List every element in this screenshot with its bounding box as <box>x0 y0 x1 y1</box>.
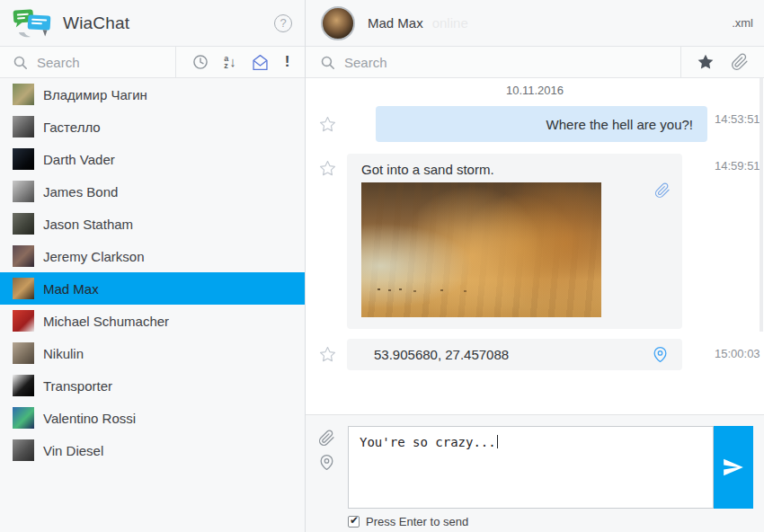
press-enter-row: ✔ Press Enter to send <box>348 515 468 528</box>
sort-arrow: ↓ <box>229 56 236 68</box>
date-separator: 10.11.2016 <box>306 84 764 98</box>
recent-clock-icon[interactable] <box>191 53 209 71</box>
sort-az-icon[interactable]: a z ↓ <box>224 55 236 69</box>
chat-toolbar <box>681 47 764 77</box>
contact-name: Vin Diesel <box>43 443 103 458</box>
urgent-icon[interactable]: ! <box>285 53 290 71</box>
press-enter-checkbox[interactable]: ✔ <box>348 516 360 528</box>
checkmark: ✔ <box>350 514 359 527</box>
sidebar-search-placeholder: Search <box>37 55 80 70</box>
sand-storm-photo[interactable] <box>361 182 601 317</box>
contact-row-vladimir-chagin[interactable]: Владимир Чагин <box>0 78 305 111</box>
starred-filter-icon[interactable] <box>697 53 715 71</box>
send-icon <box>722 456 745 479</box>
attachment-paperclip-icon[interactable] <box>654 182 671 199</box>
sidebar-search-input[interactable]: Search <box>0 47 175 77</box>
message-bubble[interactable]: Got into a sand storm. <box>347 154 682 329</box>
message-bubble[interactable]: Where the hell are you?! <box>376 106 707 142</box>
message-time: 14:59:51 <box>715 154 764 173</box>
send-button[interactable] <box>714 426 753 509</box>
avatar <box>13 181 34 202</box>
message-incoming-location: 53.905680, 27.457088 15:00:03 <box>306 339 764 370</box>
attach-file-paperclip-icon[interactable] <box>318 430 335 447</box>
chat-search-placeholder: Search <box>344 55 387 70</box>
attachments-filter-paperclip-icon[interactable] <box>731 53 749 71</box>
help-icon[interactable]: ? <box>274 14 292 32</box>
avatar <box>13 213 34 235</box>
contact-list: Владимир Чагин Гастелло Darth Vader Jame… <box>0 78 305 532</box>
avatar <box>13 116 34 137</box>
star-message-icon[interactable] <box>319 116 336 133</box>
avatar <box>13 439 34 461</box>
contact-name: Michael Schumacher <box>43 314 169 329</box>
send-location-pin-icon[interactable] <box>318 454 335 471</box>
star-message-icon[interactable] <box>319 346 336 363</box>
avatar <box>13 342 34 364</box>
contact-row-transporter[interactable]: Transporter <box>0 369 305 402</box>
chat-contact-status: online <box>432 15 468 31</box>
contact-name: Jason Statham <box>43 217 133 232</box>
contact-name: Nikulin <box>43 346 84 361</box>
contact-row-valentino-rossi[interactable]: Valentino Rossi <box>0 402 305 434</box>
chat-panel: Mad Max online .xml Search 10. <box>306 0 764 532</box>
avatar <box>13 375 34 396</box>
chat-search-input[interactable]: Search <box>306 47 680 77</box>
message-text: 53.905680, 27.457088 <box>374 347 509 362</box>
message-incoming-photo: Got into a sand storm. 14:59:51 <box>306 154 764 329</box>
chat-contact-name: Mad Max <box>368 15 423 31</box>
contact-name: Гастелло <box>43 120 101 135</box>
contact-row-michael-schumacher[interactable]: Michael Schumacher <box>0 305 305 337</box>
message-time: 15:00:03 <box>715 339 764 360</box>
contact-name: James Bond <box>43 184 118 200</box>
wiachat-app: WiaChat ? Search a z ↓ <box>0 0 764 532</box>
contact-name: Darth Vader <box>43 152 115 167</box>
sidebar-search-bar: Search a z ↓ ! <box>0 47 305 78</box>
message-text: Where the hell are you?! <box>546 117 693 132</box>
message-bubble[interactable]: 53.905680, 27.457088 <box>347 339 682 370</box>
avatar <box>13 84 34 105</box>
chat-avatar[interactable] <box>321 6 355 40</box>
avatar <box>13 148 34 170</box>
contact-row-vin-diesel[interactable]: Vin Diesel <box>0 434 305 466</box>
file-badge[interactable]: .xml <box>732 16 753 30</box>
message-list[interactable]: 10.11.2016 Where the hell are you?! 14:5… <box>306 78 764 414</box>
press-enter-label: Press Enter to send <box>366 515 468 528</box>
contact-row-gastello[interactable]: Гастелло <box>0 111 305 143</box>
sort-letter-z: z <box>224 62 228 69</box>
message-outgoing: Where the hell are you?! 14:53:51 <box>306 106 764 142</box>
contact-row-mad-max[interactable]: Mad Max <box>0 272 305 305</box>
contact-row-jeremy-clarkson[interactable]: Jeremy Clarkson <box>0 240 305 272</box>
draft-text: You're so crazy... <box>360 435 496 449</box>
composer: You're so crazy... ✔ Press Enter to send <box>306 414 764 532</box>
contact-row-nikulin[interactable]: Nikulin <box>0 337 305 369</box>
contact-row-jason-statham[interactable]: Jason Statham <box>0 208 305 240</box>
contact-name: Владимир Чагин <box>43 87 147 102</box>
message-text: Got into a sand storm. <box>361 162 668 177</box>
app-logo-icon <box>11 6 56 40</box>
avatar <box>13 278 34 299</box>
avatar <box>13 407 34 429</box>
app-title: WiaChat <box>63 13 129 33</box>
text-caret <box>497 435 498 448</box>
mail-icon[interactable] <box>251 53 270 72</box>
sidebar-header: WiaChat ? <box>0 0 305 47</box>
sidebar: WiaChat ? Search a z ↓ <box>0 0 306 532</box>
star-message-icon[interactable] <box>319 160 336 177</box>
chat-search-bar: Search <box>306 47 764 78</box>
contact-row-james-bond[interactable]: James Bond <box>0 175 305 208</box>
avatar <box>13 310 34 332</box>
contact-name: Jeremy Clarkson <box>43 249 145 264</box>
sidebar-toolbar: a z ↓ ! <box>176 47 305 77</box>
contact-name: Transporter <box>43 378 112 394</box>
message-input[interactable]: You're so crazy... <box>348 426 714 509</box>
chat-header: Mad Max online .xml <box>306 0 764 47</box>
avatar <box>13 245 34 267</box>
message-time: 14:53:51 <box>715 106 764 126</box>
search-icon <box>320 55 335 70</box>
location-pin-icon[interactable] <box>652 346 669 363</box>
contact-name: Mad Max <box>43 281 99 297</box>
contact-row-darth-vader[interactable]: Darth Vader <box>0 143 305 175</box>
search-icon <box>13 55 28 70</box>
contact-name: Valentino Rossi <box>43 411 136 426</box>
